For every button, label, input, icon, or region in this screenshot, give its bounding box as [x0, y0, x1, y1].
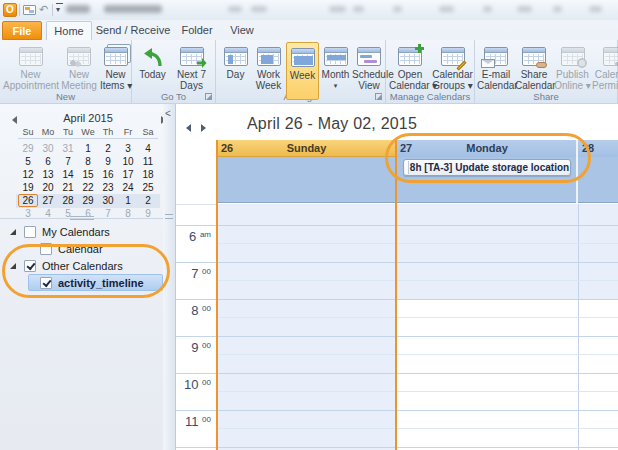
minical-day[interactable]: 29 — [18, 142, 38, 155]
minical-day[interactable]: 14 — [58, 168, 78, 181]
ribbon: NewNewAppointmentNewMeetingNewItems ▾Go … — [0, 40, 618, 103]
redacted-text — [589, 6, 602, 12]
minical-day[interactable]: 25 — [138, 181, 158, 194]
folder-row-other-calendars[interactable]: Other Calendars — [0, 258, 163, 275]
navigation-pane: April 2015 SuMoTuWeThFrSa 29303112345678… — [0, 104, 163, 450]
minical-day[interactable]: 1 — [78, 142, 98, 155]
minical-day[interactable]: 17 — [118, 168, 138, 181]
ribbon-button-new-items[interactable]: NewItems ▾ — [100, 42, 131, 100]
ribbon-group-new: NewNewAppointmentNewMeetingNewItems ▾ — [0, 40, 132, 103]
minical-day[interactable]: 23 — [98, 181, 118, 194]
pane-divider-grip[interactable] — [70, 216, 94, 220]
ribbon-button-label: Calendar — [515, 80, 553, 91]
calendar-workweek-icon — [257, 47, 281, 66]
ribbon-button-label: Next 7 — [171, 69, 212, 80]
ribbon-button-new-meeting[interactable]: NewMeeting — [58, 42, 100, 100]
calendar-month-icon — [324, 47, 348, 66]
half-hour-line — [217, 243, 618, 244]
minical-day[interactable]: 30 — [98, 194, 118, 207]
minical-day[interactable]: 31 — [58, 142, 78, 155]
tab-home[interactable]: Home — [46, 21, 92, 40]
day-header-26[interactable]: 26Sunday — [217, 140, 396, 157]
folder-row-activity-timeline[interactable]: activity_timeline — [0, 275, 163, 292]
ribbon-button-label: Share — [515, 69, 553, 80]
ribbon-button-new-appointment[interactable]: NewAppointment — [3, 42, 58, 100]
minical-day[interactable]: 30 — [38, 142, 58, 155]
ribbon-button-next-7-days[interactable]: Next 7Days — [171, 42, 212, 100]
minical-day[interactable]: 3 — [118, 142, 138, 155]
ribbon-group-arrange: ArrangeDayWorkWeekWeekMonth▾ScheduleView — [216, 40, 386, 103]
minical-day[interactable]: 24 — [118, 181, 138, 194]
ribbon-button-schedule-view[interactable]: ScheduleView — [352, 42, 386, 100]
minical-day[interactable]: 5 — [18, 155, 38, 168]
minical-day[interactable]: 29 — [78, 194, 98, 207]
pane-splitter[interactable]: < — [163, 104, 176, 450]
tab-folder[interactable]: Folder — [174, 21, 220, 40]
send-receive-icon[interactable] — [23, 5, 36, 15]
checkbox-activity-timeline[interactable] — [40, 277, 52, 289]
minical-day[interactable]: 12 — [18, 168, 38, 181]
time-label: 8 00 — [176, 302, 211, 317]
minical-day[interactable]: 11 — [138, 155, 158, 168]
minical-day[interactable]: 19 — [18, 181, 38, 194]
ribbon-button-day[interactable]: Day — [220, 42, 251, 100]
ribbon-button-label: Appointment — [3, 80, 58, 91]
ribbon-button-week[interactable]: Week — [286, 42, 319, 100]
calendar-pencil-icon — [441, 47, 465, 66]
customize-qat-icon[interactable]: ▾ — [56, 5, 60, 14]
minical-day[interactable]: 7 — [58, 155, 78, 168]
minical-day[interactable]: 2 — [138, 194, 158, 207]
ribbon-button-e-mail-calendar[interactable]: E-mailCalendar — [477, 42, 515, 100]
minical-day[interactable]: 4 — [138, 142, 158, 155]
day-header-28[interactable]: 28 — [578, 140, 618, 157]
ribbon-button-today[interactable]: Today — [135, 42, 170, 100]
checkbox-my-calendars[interactable] — [24, 226, 36, 238]
tab-file[interactable]: File — [2, 21, 42, 40]
redacted-text — [553, 6, 562, 12]
minical-day[interactable]: 21 — [58, 181, 78, 194]
minical-day[interactable]: 28 — [58, 194, 78, 207]
outlook-app-icon[interactable]: O — [3, 3, 17, 17]
expander-icon[interactable] — [10, 263, 16, 269]
minical-day[interactable]: 15 — [78, 168, 98, 181]
calendar-event[interactable]: 8h [TA-3] Update storage location — [403, 159, 571, 176]
ribbon-button-month[interactable]: Month▾ — [319, 42, 352, 100]
minical-day[interactable]: 10 — [118, 155, 138, 168]
minical-prev-icon[interactable] — [12, 116, 17, 124]
ribbon-button-publish-online[interactable]: PublishOnline ▾ — [553, 42, 592, 100]
tab-view[interactable]: View — [222, 21, 262, 40]
minical-day[interactable]: 6 — [38, 155, 58, 168]
checkbox-calendar[interactable] — [40, 243, 52, 255]
day-header-27[interactable]: 27Monday — [396, 140, 578, 157]
minical-day[interactable]: 8 — [78, 155, 98, 168]
folder-row-calendar[interactable]: Calendar — [0, 241, 163, 258]
minical-day[interactable]: 13 — [38, 168, 58, 181]
minical-day[interactable]: 2 — [98, 142, 118, 155]
ribbon-button-calendar-permissions[interactable]: CalendarPermissions — [592, 42, 618, 100]
minical-day[interactable]: 20 — [38, 181, 58, 194]
folder-row-my-calendars[interactable]: My Calendars — [0, 224, 163, 241]
ribbon-button-open-calendar[interactable]: OpenCalendar ▾ — [389, 42, 431, 100]
previous-week-button[interactable] — [184, 121, 196, 134]
expander-icon[interactable] — [10, 229, 16, 235]
redacted-text — [517, 6, 532, 12]
collapse-pane-icon[interactable]: < — [165, 108, 171, 119]
ribbon-button-calendar-groups[interactable]: CalendarGroups ▾ — [431, 42, 474, 100]
minical-day[interactable]: 27 — [38, 194, 58, 207]
minical-day[interactable]: 16 — [98, 168, 118, 181]
minical-week-row: 2930311234 — [18, 142, 158, 155]
minical-weekday: Sa — [138, 127, 158, 137]
ribbon-button-share-calendar[interactable]: ShareCalendar — [515, 42, 553, 100]
minical-day[interactable]: 9 — [98, 155, 118, 168]
minical-day-today[interactable]: 26 — [18, 194, 38, 207]
undo-icon[interactable]: ↶ — [39, 3, 48, 16]
time-grid[interactable]: 6 am7 008 009 0010 0011 0012 pm — [176, 204, 618, 450]
minical-day[interactable]: 18 — [138, 168, 158, 181]
minical-day[interactable]: 22 — [78, 181, 98, 194]
nonworking-shade-monday — [396, 204, 578, 299]
next-week-button[interactable] — [198, 121, 210, 134]
tab-send-receive[interactable]: Send / Receive — [94, 21, 172, 40]
minical-day[interactable]: 1 — [118, 194, 138, 207]
checkbox-other-calendars[interactable] — [24, 260, 36, 272]
ribbon-button-work-week[interactable]: WorkWeek — [251, 42, 286, 100]
